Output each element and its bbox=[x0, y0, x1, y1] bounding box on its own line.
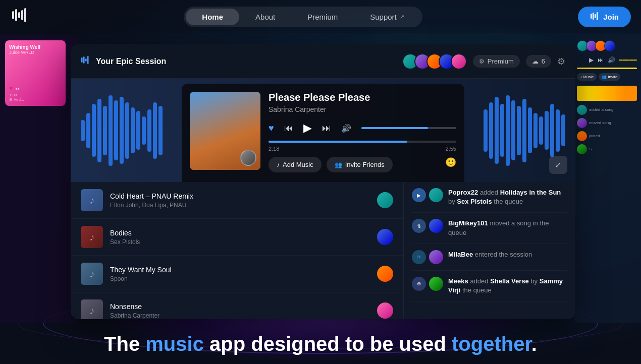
wb-10 bbox=[131, 107, 135, 153]
wb-4 bbox=[97, 99, 101, 162]
volume-bar[interactable] bbox=[361, 127, 456, 129]
r-play-icon: ▶ bbox=[589, 56, 594, 64]
act-avatar-1 bbox=[429, 188, 443, 202]
nav-item-home[interactable]: Home bbox=[186, 9, 239, 25]
wbr-15 bbox=[561, 114, 565, 146]
wbr-3 bbox=[495, 97, 499, 164]
wb-15 bbox=[158, 106, 163, 155]
people-icon: 👥 bbox=[335, 161, 342, 168]
q-avatar-2 bbox=[377, 229, 393, 245]
act-song-1: Holidays in the Sun bbox=[500, 189, 561, 196]
q-title-2: Bodies bbox=[110, 229, 370, 237]
act-action-1: added bbox=[480, 189, 500, 196]
queue-item-1[interactable]: ♪ Cold Heart – PNAU Remix Elton John, Du… bbox=[71, 182, 403, 219]
act-avatar-4 bbox=[429, 277, 443, 291]
external-link-icon: ↗ bbox=[400, 14, 404, 20]
card-title-section: Your Epic Session bbox=[81, 55, 402, 68]
act-icon-1: ▶ bbox=[412, 188, 426, 202]
progress-track[interactable] bbox=[269, 141, 456, 143]
heart-button[interactable]: ♥ bbox=[269, 123, 274, 134]
q-info-1: Cold Heart – PNAU Remix Elton John, Dua … bbox=[110, 192, 370, 209]
play-button[interactable]: ▶ bbox=[303, 122, 312, 135]
r-vol-icon: 🔊 bbox=[608, 56, 615, 64]
r-act-text-4: S... bbox=[589, 147, 595, 152]
r-act-avatar-4 bbox=[577, 144, 587, 154]
right-mini-panel: ▶ ⏭ 🔊 ━━━━━ ♪ Music 👥 Invite added a son… bbox=[573, 35, 641, 323]
wbr-2 bbox=[489, 102, 493, 159]
prev-button[interactable]: ⏮ bbox=[284, 123, 293, 134]
album-art-avatar bbox=[240, 150, 256, 166]
wb-3 bbox=[92, 104, 96, 157]
wb-1 bbox=[81, 120, 85, 141]
expand-button[interactable]: ⤢ bbox=[549, 156, 567, 174]
svg-rect-12 bbox=[87, 56, 89, 64]
queue-item-4[interactable]: ♪ Nonsense Sabrina Carpenter bbox=[71, 292, 403, 319]
act-icon-4: ⊕ bbox=[412, 277, 426, 291]
act-text-3: MilaBee entered the session bbox=[448, 250, 567, 259]
volume-icon[interactable]: 🔊 bbox=[341, 124, 351, 133]
q-artist-2: Sex Pistols bbox=[110, 238, 370, 246]
r-music-btn[interactable]: ♪ Music bbox=[577, 73, 597, 81]
r-act-4: S... bbox=[577, 144, 637, 154]
activity-item-2: ⇅ BigMikey101 moved a song in the queue bbox=[412, 213, 567, 244]
mini-skip-icon: ⏭ bbox=[16, 86, 21, 91]
r-progress-text: ━━━━━ bbox=[619, 57, 637, 64]
q-thumb-2: ♪ bbox=[81, 226, 103, 248]
premium-label: Premium bbox=[488, 57, 514, 65]
progress-section: 2:18 2:55 bbox=[269, 141, 456, 152]
join-button[interactable]: Join bbox=[578, 7, 631, 27]
wb-12 bbox=[142, 116, 146, 145]
act-user-2: BigMikey101 bbox=[448, 219, 488, 227]
player-card: Please Please Please Sabrina Carpenter ♥… bbox=[182, 84, 464, 182]
listeners-badge: ☁ 6 bbox=[526, 55, 551, 68]
left-mini-title: Wishing Well bbox=[9, 44, 62, 50]
r-act-avatar-1 bbox=[577, 105, 587, 115]
time-total: 2:55 bbox=[446, 146, 456, 152]
nav-item-premium[interactable]: Premium bbox=[291, 9, 354, 25]
svg-rect-0 bbox=[12, 11, 14, 19]
queue-item-3[interactable]: ♪ They Want My Soul Spoon bbox=[71, 256, 403, 292]
nav-item-support[interactable]: Support ↗ bbox=[354, 9, 420, 25]
card-header: Your Epic Session ⚙ Premium ☁ 6 ⚙ bbox=[71, 44, 575, 79]
nav-item-about[interactable]: About bbox=[239, 9, 291, 25]
waveform-right bbox=[484, 95, 565, 166]
add-music-button[interactable]: ♪ Add Music bbox=[269, 157, 322, 172]
listeners-count: 6 bbox=[542, 57, 545, 65]
nav-items: Home About Premium Support ↗ bbox=[184, 7, 422, 27]
wb-6 bbox=[109, 95, 113, 166]
left-mini-artist: Juice WRLD bbox=[9, 50, 62, 55]
next-button[interactable]: ⏭ bbox=[322, 123, 331, 134]
invite-friends-label: Invite Friends bbox=[345, 161, 385, 168]
act-pre-4: by bbox=[530, 277, 539, 285]
settings-icon[interactable]: ⚙ bbox=[557, 56, 565, 67]
wb-14 bbox=[153, 102, 157, 159]
act-preposition-1: by bbox=[448, 198, 457, 205]
q-thumb-4: ♪ bbox=[81, 299, 103, 319]
q-title-1: Cold Heart – PNAU Remix bbox=[110, 192, 370, 200]
r-avatar-4 bbox=[604, 40, 615, 51]
act-song-4: Shella Verse bbox=[490, 277, 529, 285]
tagline-middle: app designed to be used bbox=[204, 333, 452, 355]
progress-fill bbox=[269, 141, 407, 143]
invite-friends-button[interactable]: 👥 Invite Friends bbox=[327, 157, 393, 172]
emoji-button[interactable]: 🙂 bbox=[445, 157, 456, 172]
queue-item-2[interactable]: ♪ Bodies Sex Pistols bbox=[71, 219, 403, 256]
wbr-7 bbox=[517, 106, 521, 155]
r-invite-btn[interactable]: 👥 Invite bbox=[599, 73, 620, 81]
session-avatar-5 bbox=[451, 53, 467, 70]
act-avatar-2 bbox=[429, 219, 443, 233]
waveform-left bbox=[81, 95, 163, 166]
nav-premium-label: Premium bbox=[307, 13, 338, 21]
q-avatar-4 bbox=[377, 302, 393, 319]
act-action-3: entered the session bbox=[475, 251, 532, 258]
activity-item-1: ▶ Poprox22 added Holidays in the Sun by … bbox=[412, 182, 567, 213]
album-art bbox=[190, 92, 260, 170]
r-act-1: added a song bbox=[577, 105, 637, 115]
queue-section: ♪ Cold Heart – PNAU Remix Elton John, Du… bbox=[71, 182, 575, 319]
nav-logo bbox=[10, 6, 28, 27]
tagline: The music app designed to be used togeth… bbox=[0, 324, 641, 364]
activity-item-3: ≋ MilaBee entered the session bbox=[412, 244, 567, 271]
left-mini-panel: Wishing Well Juice WRLD ♥ ⏭ 1:08 ⊕ Add..… bbox=[0, 35, 78, 323]
r-act-3: joined bbox=[577, 131, 637, 141]
act-user-1: Poprox22 bbox=[448, 189, 478, 196]
